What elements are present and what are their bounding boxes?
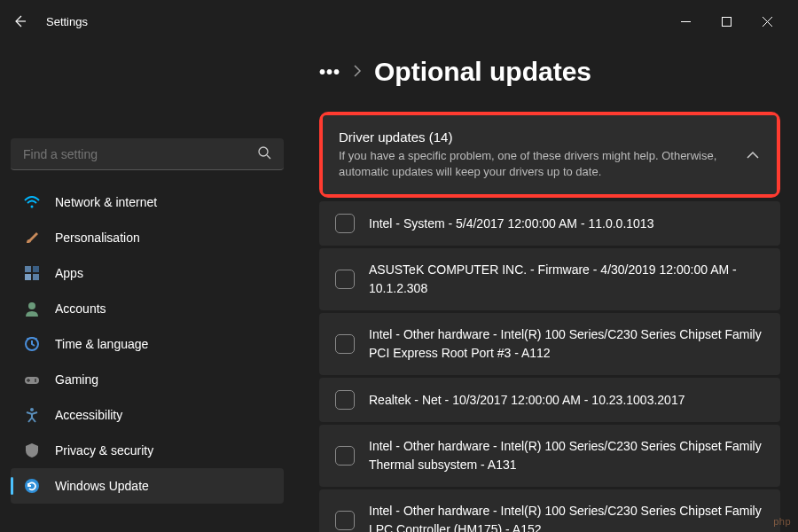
- svg-point-2: [31, 206, 34, 208]
- sidebar-item-label: Time & language: [55, 337, 148, 351]
- sidebar-item-label: Network & internet: [55, 195, 157, 209]
- driver-checkbox[interactable]: [335, 446, 355, 466]
- driver-item[interactable]: Intel - Other hardware - Intel(R) 100 Se…: [319, 425, 780, 487]
- search-box[interactable]: [11, 138, 284, 170]
- shield-icon: [23, 442, 41, 459]
- driver-item[interactable]: Intel - Other hardware - Intel(R) 100 Se…: [319, 313, 780, 375]
- wifi-icon: [23, 193, 41, 211]
- chevron-right-icon: [353, 65, 362, 80]
- chevron-up-icon: [747, 148, 759, 162]
- breadcrumb: ••• Optional updates: [319, 57, 780, 87]
- driver-checkbox[interactable]: [335, 334, 355, 354]
- driver-label: Intel - Other hardware - Intel(R) 100 Se…: [369, 437, 764, 474]
- sidebar-item-label: Personalisation: [55, 231, 140, 245]
- driver-item[interactable]: ASUSTeK COMPUTER INC. - Firmware - 4/30/…: [319, 248, 780, 310]
- sidebar-item-label: Windows Update: [55, 479, 149, 493]
- search-icon: [257, 145, 271, 162]
- sidebar-item-label: Apps: [55, 266, 83, 280]
- svg-rect-5: [25, 274, 31, 280]
- sidebar-item-label: Accounts: [55, 301, 106, 316]
- sidebar-item-gaming[interactable]: Gaming: [11, 362, 284, 397]
- apps-icon: [23, 264, 41, 282]
- search-input[interactable]: [23, 147, 257, 161]
- svg-point-1: [259, 147, 268, 156]
- update-icon: [23, 477, 41, 495]
- person-icon: [23, 300, 41, 317]
- svg-point-7: [28, 302, 35, 309]
- sidebar-item-apps[interactable]: Apps: [11, 255, 284, 291]
- driver-updates-title: Driver updates (14): [339, 129, 727, 145]
- driver-label: Intel - Other hardware - Intel(R) 100 Se…: [369, 502, 764, 532]
- titlebar: Settings: [0, 0, 798, 43]
- back-button[interactable]: [11, 12, 28, 30]
- driver-checkbox[interactable]: [335, 511, 355, 530]
- brush-icon: [23, 229, 41, 246]
- driver-label: Intel - Other hardware - Intel(R) 100 Se…: [369, 325, 764, 363]
- content-area: ••• Optional updates Driver updates (14)…: [294, 43, 798, 532]
- sidebar-item-time-language[interactable]: Time & language: [11, 326, 284, 362]
- sidebar: Network & internet Personalisation Apps …: [0, 43, 294, 532]
- page-title: Optional updates: [374, 57, 591, 87]
- sidebar-item-personalisation[interactable]: Personalisation: [11, 220, 284, 255]
- svg-rect-3: [25, 266, 31, 272]
- watermark: php: [773, 516, 791, 527]
- window-controls: [665, 7, 787, 35]
- svg-point-11: [35, 380, 36, 382]
- clock-icon: [23, 335, 41, 353]
- sidebar-item-label: Accessibility: [55, 408, 122, 422]
- driver-label: Intel - System - 5/4/2017 12:00:00 AM - …: [369, 215, 653, 233]
- driver-checkbox[interactable]: [335, 270, 355, 289]
- driver-checkbox[interactable]: [335, 390, 355, 410]
- gamepad-icon: [23, 371, 41, 388]
- sidebar-item-accessibility[interactable]: Accessibility: [11, 397, 284, 433]
- minimize-button[interactable]: [665, 7, 706, 35]
- svg-point-12: [30, 408, 34, 411]
- close-button[interactable]: [747, 7, 787, 35]
- svg-rect-0: [722, 17, 731, 26]
- driver-updates-header[interactable]: Driver updates (14) If you have a specif…: [323, 115, 777, 194]
- window-title: Settings: [46, 15, 88, 28]
- sidebar-item-windows-update[interactable]: Windows Update: [11, 468, 284, 504]
- svg-point-10: [35, 379, 36, 380]
- driver-label: ASUSTeK COMPUTER INC. - Firmware - 4/30/…: [369, 261, 764, 298]
- driver-checkbox[interactable]: [335, 214, 355, 233]
- accessibility-icon: [23, 406, 41, 424]
- driver-item[interactable]: Intel - Other hardware - Intel(R) 100 Se…: [319, 489, 780, 532]
- breadcrumb-more-button[interactable]: •••: [319, 62, 340, 82]
- driver-label: Realtek - Net - 10/3/2017 12:00:00 AM - …: [369, 391, 685, 410]
- sidebar-item-label: Privacy & security: [55, 443, 153, 458]
- driver-item[interactable]: Realtek - Net - 10/3/2017 12:00:00 AM - …: [319, 378, 780, 422]
- driver-updates-section-highlight: Driver updates (14) If you have a specif…: [319, 112, 780, 198]
- svg-point-13: [25, 479, 39, 493]
- driver-item[interactable]: Intel - System - 5/4/2017 12:00:00 AM - …: [319, 201, 780, 246]
- driver-updates-description: If you have a specific problem, one of t…: [339, 148, 727, 180]
- driver-list: Intel - System - 5/4/2017 12:00:00 AM - …: [319, 201, 780, 532]
- sidebar-item-accounts[interactable]: Accounts: [11, 291, 284, 326]
- sidebar-item-label: Gaming: [55, 372, 98, 387]
- sidebar-item-network-internet[interactable]: Network & internet: [11, 184, 284, 220]
- sidebar-item-privacy-security[interactable]: Privacy & security: [11, 433, 284, 468]
- maximize-button[interactable]: [706, 7, 747, 35]
- svg-rect-6: [33, 274, 39, 280]
- svg-rect-4: [33, 266, 39, 272]
